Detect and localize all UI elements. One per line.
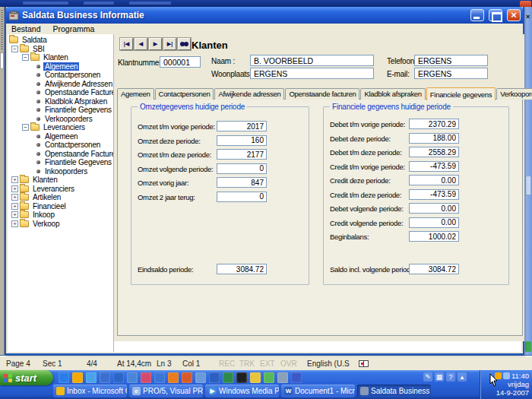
tree-item-afwijkende-adressen[interactable]: Afwijkende Adressen xyxy=(8,80,113,89)
menu-bestand[interactable]: Bestand xyxy=(11,24,41,33)
tree-item-klanten[interactable]: Klanten xyxy=(8,53,113,62)
expand-icon[interactable] xyxy=(11,185,18,192)
credit-volgende-periode-field[interactable] xyxy=(409,217,459,228)
collapse-icon[interactable] xyxy=(22,124,29,131)
tree-item-lev-contactpersonen[interactable]: Contactpersonen xyxy=(8,141,113,150)
tree-item-contactpersonen[interactable]: Contactpersonen xyxy=(8,71,113,80)
clock-date[interactable]: 14-9-2007 xyxy=(496,388,529,397)
omzet-vorig-jaar-field[interactable] xyxy=(217,177,267,188)
quicklaunch-icon[interactable] xyxy=(72,372,83,383)
collapse-icon[interactable] xyxy=(22,54,29,61)
tab-contactpersonen[interactable]: Contactpersonen xyxy=(155,88,214,100)
credit-tm-deze-periode-field[interactable] xyxy=(409,189,459,200)
quicklaunch-icon[interactable] xyxy=(113,372,124,383)
next-record-button[interactable]: ▶ xyxy=(149,38,162,50)
quicklaunch-icon[interactable] xyxy=(182,372,192,383)
tree-item-verkooporders[interactable]: Verkooporders xyxy=(8,115,113,124)
find-button[interactable] xyxy=(178,38,191,50)
quicklaunch-icon[interactable] xyxy=(86,372,97,383)
tab-openstaande-facturen[interactable]: Openstaande facturen xyxy=(285,88,359,100)
hidden-icons-chevron-icon[interactable]: ▴ xyxy=(458,372,467,382)
quicklaunch-icon[interactable] xyxy=(277,372,288,383)
expand-icon[interactable] xyxy=(11,203,18,210)
quicklaunch-icon[interactable] xyxy=(154,372,165,383)
quicklaunch-icon[interactable] xyxy=(236,372,247,383)
expand-icon[interactable] xyxy=(11,194,18,201)
klantnummer-field[interactable] xyxy=(160,56,201,68)
taskbar-button-media-player[interactable]: ▶Windows Media Player xyxy=(205,385,279,397)
tree-item-lev-openstaande-facturen[interactable]: Openstaande Facturen xyxy=(8,150,113,159)
debet-tm-deze-periode-field[interactable] xyxy=(409,147,459,157)
tree-item-verkoop[interactable]: Verkoop xyxy=(8,220,113,229)
clock[interactable]: 11:40 xyxy=(511,372,529,380)
tab-kladblok-afspraken[interactable]: Kladblok afspraken xyxy=(360,88,425,100)
beginbalans-field[interactable] xyxy=(409,231,459,242)
saldo-incl-volgende-periode-field[interactable] xyxy=(409,264,459,274)
tree-item-lev-finantiele-gegevens[interactable]: Finantiele Gegevens xyxy=(8,158,113,167)
clock-day[interactable]: vrijdag xyxy=(508,380,529,388)
tab-financiele-gegevens[interactable]: Financiele gegevens xyxy=(426,87,496,100)
quicklaunch-icon[interactable] xyxy=(250,372,261,383)
omzet-tm-deze-periode-field[interactable] xyxy=(217,149,267,160)
tree-item-kladblok-afspraken[interactable]: Kladblok Afspraken xyxy=(8,97,113,106)
quicklaunch-icon[interactable] xyxy=(291,372,302,383)
omzet-deze-periode-field[interactable] xyxy=(217,135,267,146)
debet-deze-periode-field[interactable] xyxy=(409,133,459,144)
credit-tm-vorige-periode-field[interactable] xyxy=(409,161,459,172)
field-row: Credit deze periode: xyxy=(324,175,508,189)
naam-field[interactable] xyxy=(250,55,374,66)
scrollbar-thumb[interactable] xyxy=(525,176,531,195)
quicklaunch-icon[interactable] xyxy=(141,372,151,383)
debet-volgende-periode-field[interactable] xyxy=(409,203,459,214)
keyboard-icon[interactable]: ▦ xyxy=(435,372,444,382)
omzet-2-jaar-terug-field[interactable] xyxy=(217,192,267,202)
quicklaunch-icon[interactable] xyxy=(195,372,206,383)
quicklaunch-icon[interactable] xyxy=(264,372,274,383)
quicklaunch-icon[interactable] xyxy=(209,372,220,383)
pen-icon[interactable]: ✎ xyxy=(423,372,432,382)
expand-icon[interactable] xyxy=(11,220,18,227)
telefoon-field[interactable] xyxy=(414,55,488,66)
taskbar-button-saldata[interactable]: Saldata Business Inf... xyxy=(357,385,431,397)
tab-verkooporders[interactable]: Verkooporders xyxy=(496,88,532,100)
start-button[interactable]: start xyxy=(0,370,53,385)
tree-item-openstaande-facturen[interactable]: Openstaande Facturen xyxy=(8,88,113,97)
tree-item-leveranciers[interactable]: Leveranciers xyxy=(8,123,113,132)
maximize-button[interactable] xyxy=(489,9,502,21)
collapse-icon[interactable] xyxy=(11,46,18,52)
omzet-tm-vorige-periode-field[interactable] xyxy=(217,121,267,131)
quicklaunch-icon[interactable] xyxy=(59,372,69,383)
omzet-volgende-periode-field[interactable] xyxy=(217,163,267,174)
last-record-button[interactable]: ▶| xyxy=(163,38,176,50)
network-tray-icon[interactable] xyxy=(503,372,510,379)
close-button[interactable] xyxy=(507,9,521,21)
taskbar-button-pro5[interactable]: ePRO/5, Visual PRO/5... xyxy=(129,385,203,397)
tree-item-algemeen[interactable]: Algemeen xyxy=(8,62,113,71)
tab-afwijkende-adressen[interactable]: Afwijkende adressen xyxy=(214,88,284,100)
quicklaunch-icon[interactable] xyxy=(223,372,233,383)
tree-item-lev-algemeen[interactable]: Algemeen xyxy=(8,132,113,141)
expand-icon[interactable] xyxy=(11,176,18,183)
email-field[interactable] xyxy=(414,68,488,79)
credit-deze-periode-field[interactable] xyxy=(409,175,459,185)
help-icon[interactable]: ? xyxy=(446,372,455,382)
tab-agemeen[interactable]: Agemeen xyxy=(117,88,154,100)
tree-item-sbi[interactable]: SBI xyxy=(8,45,113,54)
woonplaats-field[interactable] xyxy=(250,68,374,79)
previous-record-button[interactable]: ◀ xyxy=(135,38,147,50)
tree-item-finantiele-gegevens[interactable]: Finantiele Gegevens xyxy=(8,106,113,115)
minimize-button[interactable] xyxy=(470,9,484,21)
eindsaldo-periode-field[interactable] xyxy=(217,264,267,274)
first-record-button[interactable]: |◀ xyxy=(120,38,133,50)
quicklaunch-icon[interactable] xyxy=(168,372,179,383)
debet-tm-vorige-periode-field[interactable] xyxy=(409,119,459,129)
background-close-icon[interactable] xyxy=(520,1,531,7)
menu-programma[interactable]: Programma xyxy=(53,24,95,33)
taskbar-button-word[interactable]: WDocument1 - Microso... xyxy=(281,385,355,397)
taskbar-button-outlook[interactable]: Inbox - Microsoft Ou... xyxy=(53,385,127,397)
expand-icon[interactable] xyxy=(11,211,18,218)
background-scrollbar-edge[interactable]: × xyxy=(524,7,532,355)
quicklaunch-icon[interactable] xyxy=(100,372,110,383)
background-close-icon[interactable]: × xyxy=(526,14,530,21)
quicklaunch-icon[interactable] xyxy=(127,372,138,383)
